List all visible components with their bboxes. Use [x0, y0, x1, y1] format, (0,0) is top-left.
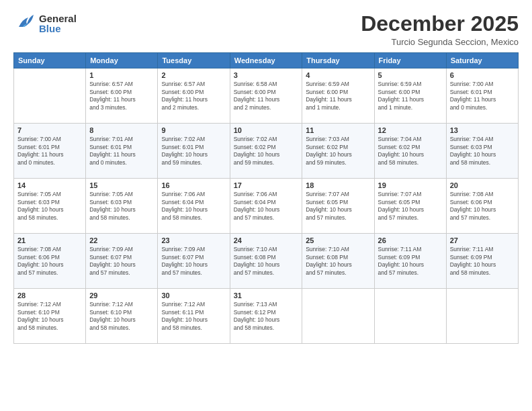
- day-info: Sunrise: 7:10 AMSunset: 6:08 PMDaylight:…: [306, 246, 370, 277]
- day-info: Sunrise: 6:59 AMSunset: 6:00 PMDaylight:…: [378, 81, 443, 111]
- day-number: 17: [234, 181, 299, 189]
- day-number: 8: [89, 126, 154, 134]
- day-info: Sunrise: 6:57 AMSunset: 6:00 PMDaylight:…: [89, 81, 154, 111]
- day-cell: 17Sunrise: 7:06 AMSunset: 6:04 PMDayligh…: [230, 179, 302, 234]
- day-info: Sunrise: 7:06 AMSunset: 6:04 PMDaylight:…: [234, 191, 299, 222]
- day-cell: 3Sunrise: 6:58 AMSunset: 6:00 PMDaylight…: [230, 68, 302, 124]
- day-number: 24: [234, 236, 299, 244]
- location: Turcio Segunda Seccion, Mexico: [361, 37, 519, 47]
- day-info: Sunrise: 7:08 AMSunset: 6:06 PMDaylight:…: [450, 191, 515, 222]
- day-cell: 12Sunrise: 7:04 AMSunset: 6:02 PMDayligh…: [374, 124, 446, 179]
- day-cell: 27Sunrise: 7:11 AMSunset: 6:09 PMDayligh…: [446, 234, 518, 289]
- day-number: 5: [378, 71, 443, 79]
- day-info: Sunrise: 7:04 AMSunset: 6:03 PMDaylight:…: [450, 136, 515, 167]
- day-number: 16: [161, 181, 226, 189]
- day-cell: 4Sunrise: 6:59 AMSunset: 6:00 PMDaylight…: [302, 68, 374, 124]
- day-cell: 24Sunrise: 7:10 AMSunset: 6:08 PMDayligh…: [230, 234, 302, 289]
- day-number: 21: [17, 236, 82, 244]
- day-info: Sunrise: 7:12 AMSunset: 6:10 PMDaylight:…: [17, 301, 82, 332]
- day-info: Sunrise: 6:58 AMSunset: 6:00 PMDaylight:…: [234, 81, 299, 111]
- calendar-table: SundayMondayTuesdayWednesdayThursdayFrid…: [13, 52, 519, 344]
- day-info: Sunrise: 7:07 AMSunset: 6:05 PMDaylight:…: [378, 191, 443, 222]
- day-info: Sunrise: 6:59 AMSunset: 6:00 PMDaylight:…: [306, 81, 370, 111]
- day-number: 1: [89, 71, 154, 79]
- day-info: Sunrise: 7:01 AMSunset: 6:01 PMDaylight:…: [89, 136, 154, 167]
- day-cell: 2Sunrise: 6:57 AMSunset: 6:00 PMDaylight…: [158, 68, 230, 124]
- day-cell: 21Sunrise: 7:08 AMSunset: 6:06 PMDayligh…: [14, 234, 86, 289]
- day-number: 29: [89, 291, 154, 300]
- page: General Blue December 2025 Turcio Segund…: [0, 0, 532, 411]
- day-cell: 9Sunrise: 7:02 AMSunset: 6:01 PMDaylight…: [158, 124, 230, 179]
- day-cell: 10Sunrise: 7:02 AMSunset: 6:02 PMDayligh…: [230, 124, 302, 179]
- day-info: Sunrise: 7:08 AMSunset: 6:06 PMDaylight:…: [17, 246, 82, 277]
- day-header-tuesday: Tuesday: [158, 53, 230, 68]
- day-info: Sunrise: 7:11 AMSunset: 6:09 PMDaylight:…: [378, 246, 443, 277]
- calendar-header: SundayMondayTuesdayWednesdayThursdayFrid…: [14, 53, 519, 68]
- header-row: SundayMondayTuesdayWednesdayThursdayFrid…: [14, 53, 519, 68]
- day-info: Sunrise: 7:04 AMSunset: 6:02 PMDaylight:…: [378, 136, 443, 167]
- day-info: Sunrise: 7:12 AMSunset: 6:11 PMDaylight:…: [161, 301, 226, 332]
- logo-icon: [13, 12, 36, 35]
- day-cell: 8Sunrise: 7:01 AMSunset: 6:01 PMDaylight…: [86, 124, 158, 179]
- day-info: Sunrise: 7:05 AMSunset: 6:03 PMDaylight:…: [17, 191, 82, 222]
- day-header-wednesday: Wednesday: [230, 53, 302, 68]
- logo-general-text: General: [39, 13, 77, 24]
- day-cell: [374, 289, 446, 344]
- day-cell: 22Sunrise: 7:09 AMSunset: 6:07 PMDayligh…: [86, 234, 158, 289]
- day-cell: 31Sunrise: 7:13 AMSunset: 6:12 PMDayligh…: [230, 289, 302, 344]
- day-number: 18: [306, 181, 370, 189]
- day-number: 9: [161, 126, 226, 134]
- title-block: December 2025 Turcio Segunda Seccion, Me…: [361, 12, 519, 47]
- month-title: December 2025: [361, 12, 519, 36]
- day-header-thursday: Thursday: [302, 53, 374, 68]
- day-number: 30: [161, 291, 226, 300]
- day-number: 31: [234, 291, 299, 300]
- day-cell: 18Sunrise: 7:07 AMSunset: 6:05 PMDayligh…: [302, 179, 374, 234]
- week-row-5: 28Sunrise: 7:12 AMSunset: 6:10 PMDayligh…: [14, 289, 519, 344]
- day-cell: 13Sunrise: 7:04 AMSunset: 6:03 PMDayligh…: [446, 124, 518, 179]
- day-cell: 15Sunrise: 7:05 AMSunset: 6:03 PMDayligh…: [86, 179, 158, 234]
- day-info: Sunrise: 7:03 AMSunset: 6:02 PMDaylight:…: [306, 136, 370, 167]
- day-number: 20: [450, 181, 515, 189]
- day-number: 28: [17, 291, 82, 300]
- header: General Blue December 2025 Turcio Segund…: [13, 12, 519, 47]
- day-info: Sunrise: 7:02 AMSunset: 6:02 PMDaylight:…: [234, 136, 299, 167]
- day-number: 22: [89, 236, 154, 244]
- day-cell: 30Sunrise: 7:12 AMSunset: 6:11 PMDayligh…: [158, 289, 230, 344]
- day-cell: 1Sunrise: 6:57 AMSunset: 6:00 PMDaylight…: [86, 68, 158, 124]
- calendar-body: 1Sunrise: 6:57 AMSunset: 6:00 PMDaylight…: [14, 68, 519, 344]
- day-info: Sunrise: 7:12 AMSunset: 6:10 PMDaylight:…: [89, 301, 154, 332]
- day-cell: 20Sunrise: 7:08 AMSunset: 6:06 PMDayligh…: [446, 179, 518, 234]
- day-info: Sunrise: 6:57 AMSunset: 6:00 PMDaylight:…: [161, 81, 226, 111]
- day-number: 3: [234, 71, 299, 79]
- logo: General Blue: [13, 12, 77, 35]
- day-header-friday: Friday: [374, 53, 446, 68]
- day-info: Sunrise: 7:13 AMSunset: 6:12 PMDaylight:…: [234, 301, 299, 332]
- day-info: Sunrise: 7:09 AMSunset: 6:07 PMDaylight:…: [161, 246, 226, 277]
- day-cell: 14Sunrise: 7:05 AMSunset: 6:03 PMDayligh…: [14, 179, 86, 234]
- day-cell: 23Sunrise: 7:09 AMSunset: 6:07 PMDayligh…: [158, 234, 230, 289]
- day-number: 25: [306, 236, 370, 244]
- week-row-1: 1Sunrise: 6:57 AMSunset: 6:00 PMDaylight…: [14, 68, 519, 124]
- week-row-4: 21Sunrise: 7:08 AMSunset: 6:06 PMDayligh…: [14, 234, 519, 289]
- day-info: Sunrise: 7:11 AMSunset: 6:09 PMDaylight:…: [450, 246, 515, 277]
- day-number: 11: [306, 126, 370, 134]
- day-number: 15: [89, 181, 154, 189]
- day-cell: [446, 289, 518, 344]
- day-header-sunday: Sunday: [14, 53, 86, 68]
- day-cell: 16Sunrise: 7:06 AMSunset: 6:04 PMDayligh…: [158, 179, 230, 234]
- day-info: Sunrise: 7:06 AMSunset: 6:04 PMDaylight:…: [161, 191, 226, 222]
- logo-name: General Blue: [39, 13, 77, 34]
- day-info: Sunrise: 7:10 AMSunset: 6:08 PMDaylight:…: [234, 246, 299, 277]
- day-info: Sunrise: 7:09 AMSunset: 6:07 PMDaylight:…: [89, 246, 154, 277]
- day-number: 14: [17, 181, 82, 189]
- day-cell: 25Sunrise: 7:10 AMSunset: 6:08 PMDayligh…: [302, 234, 374, 289]
- day-number: 6: [450, 71, 515, 79]
- day-number: 26: [378, 236, 443, 244]
- day-number: 19: [378, 181, 443, 189]
- day-info: Sunrise: 7:02 AMSunset: 6:01 PMDaylight:…: [161, 136, 226, 167]
- day-number: 23: [161, 236, 226, 244]
- day-cell: [14, 68, 86, 124]
- day-number: 13: [450, 126, 515, 134]
- week-row-2: 7Sunrise: 7:00 AMSunset: 6:01 PMDaylight…: [14, 124, 519, 179]
